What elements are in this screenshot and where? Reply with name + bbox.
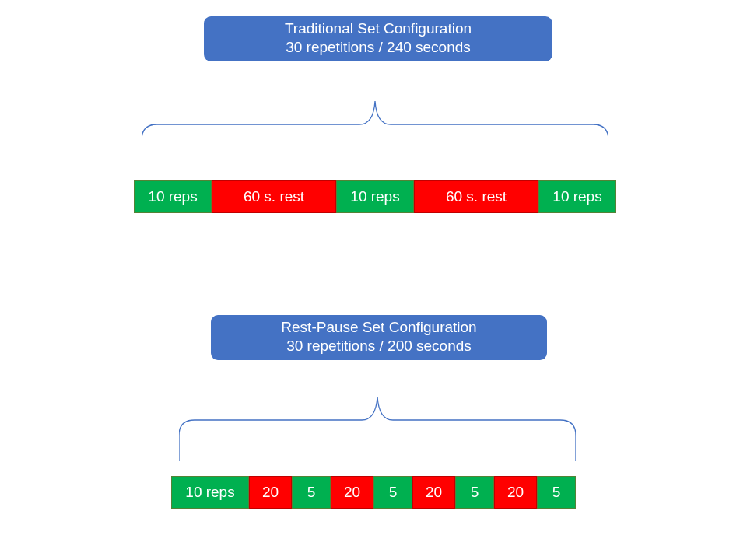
restpause-title-line2: 30 repetitions / 200 seconds — [286, 338, 472, 354]
restpause-title-box: Rest-Pause Set Configuration 30 repetiti… — [211, 315, 547, 360]
restpause-segment-1-rest: 20 — [249, 476, 292, 509]
restpause-segment-row: 10 reps205205205205 — [171, 476, 576, 509]
traditional-segment-1-rest: 60 s. rest — [212, 180, 336, 213]
restpause-segment-8-reps: 5 — [537, 476, 576, 509]
traditional-title-line1: Traditional Set Configuration — [285, 20, 472, 37]
restpause-segment-2-reps: 5 — [292, 476, 331, 509]
restpause-brace — [179, 377, 576, 463]
traditional-brace — [142, 82, 608, 167]
traditional-segment-2-reps: 10 reps — [336, 180, 414, 213]
traditional-title-line2: 30 repetitions / 240 seconds — [286, 39, 471, 55]
restpause-segment-7-rest: 20 — [494, 476, 537, 509]
traditional-segment-3-rest: 60 s. rest — [414, 180, 538, 213]
traditional-segment-0-reps: 10 reps — [134, 180, 212, 213]
restpause-segment-6-reps: 5 — [455, 476, 494, 509]
restpause-segment-4-reps: 5 — [374, 476, 412, 509]
restpause-segment-5-rest: 20 — [412, 476, 455, 509]
restpause-segment-0-reps: 10 reps — [171, 476, 249, 509]
restpause-title-line1: Rest-Pause Set Configuration — [281, 319, 476, 335]
traditional-segment-row: 10 reps60 s. rest10 reps60 s. rest10 rep… — [134, 180, 616, 213]
traditional-segment-4-reps: 10 reps — [538, 180, 616, 213]
restpause-segment-3-rest: 20 — [331, 476, 374, 509]
traditional-title-box: Traditional Set Configuration 30 repetit… — [204, 16, 552, 61]
